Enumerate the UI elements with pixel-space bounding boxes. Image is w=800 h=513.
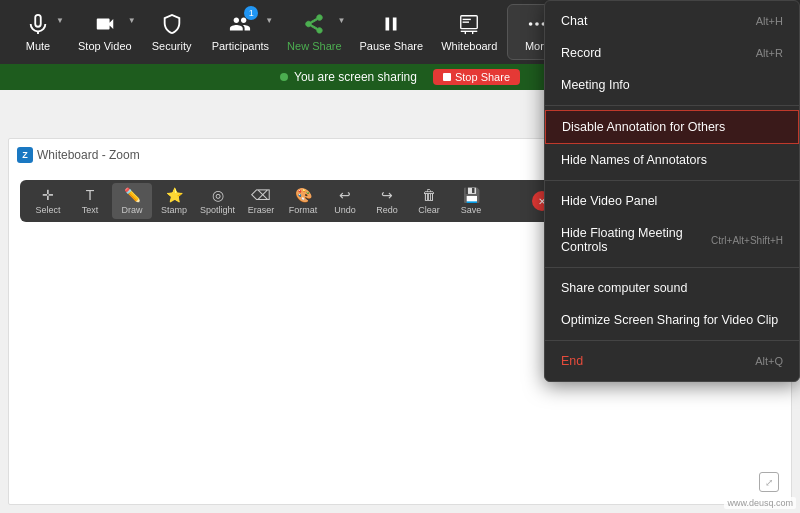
menu-item-chat[interactable]: Chat Alt+H (545, 5, 799, 37)
menu-chat-label: Chat (561, 14, 587, 28)
menu-item-share-sound[interactable]: Share computer sound (545, 272, 799, 304)
menu-share-sound-label: Share computer sound (561, 281, 687, 295)
redo-icon: ↪ (381, 187, 393, 203)
menu-item-disable-annotation[interactable]: Disable Annotation for Others (545, 110, 799, 144)
menu-divider-3 (545, 267, 799, 268)
corner-expand-icon[interactable]: ⤢ (759, 472, 779, 492)
undo-button[interactable]: ↩ Undo (325, 183, 365, 219)
undo-label: Undo (334, 205, 356, 215)
undo-icon: ↩ (339, 187, 351, 203)
menu-item-meeting-info[interactable]: Meeting Info (545, 69, 799, 101)
whiteboard-icon (457, 12, 481, 36)
more-dropdown-menu: Chat Alt+H Record Alt+R Meeting Info Dis… (544, 0, 800, 382)
text-button[interactable]: T Text (70, 183, 110, 219)
stop-icon (443, 73, 451, 81)
menu-item-hide-controls[interactable]: Hide Floating Meeting Controls Ctrl+Alt+… (545, 217, 799, 263)
menu-hide-controls-shortcut: Ctrl+Alt+Shift+H (711, 235, 783, 246)
spotlight-label: Spotlight (200, 205, 235, 215)
mute-label: Mute (26, 40, 50, 52)
mute-chevron: ▼ (56, 16, 64, 25)
participants-icon: 1 (228, 12, 252, 36)
new-share-button[interactable]: New Share ▼ (279, 4, 349, 60)
stop-video-label: Stop Video (78, 40, 132, 52)
stop-video-chevron: ▼ (128, 16, 136, 25)
eraser-icon: ⌫ (251, 187, 271, 203)
clear-button[interactable]: 🗑 Clear (409, 183, 449, 219)
security-icon (160, 12, 184, 36)
clear-label: Clear (418, 205, 440, 215)
stop-video-button[interactable]: Stop Video ▼ (70, 4, 140, 60)
spotlight-button[interactable]: ◎ Spotlight (196, 183, 239, 219)
menu-item-optimize-video[interactable]: Optimize Screen Sharing for Video Clip (545, 304, 799, 336)
redo-button[interactable]: ↪ Redo (367, 183, 407, 219)
save-label: Save (461, 205, 482, 215)
menu-item-hide-names[interactable]: Hide Names of Annotators (545, 144, 799, 176)
draw-icon: ✏️ (124, 187, 141, 203)
save-button[interactable]: 💾 Save (451, 183, 491, 219)
draw-button[interactable]: ✏️ Draw (112, 183, 152, 219)
menu-item-end[interactable]: End Alt+Q (545, 345, 799, 377)
clear-icon: 🗑 (422, 187, 436, 203)
select-button[interactable]: ✛ Select (28, 183, 68, 219)
eraser-label: Eraser (248, 205, 275, 215)
menu-item-record[interactable]: Record Alt+R (545, 37, 799, 69)
format-icon: 🎨 (295, 187, 312, 203)
mute-button[interactable]: Mute ▼ (8, 4, 68, 60)
participants-label: Participants (212, 40, 269, 52)
watermark: www.deusq.com (724, 497, 796, 509)
menu-hide-video-panel-label: Hide Video Panel (561, 194, 657, 208)
new-share-label: New Share (287, 40, 341, 52)
menu-optimize-video-label: Optimize Screen Sharing for Video Clip (561, 313, 778, 327)
spotlight-icon: ◎ (212, 187, 224, 203)
stamp-label: Stamp (161, 205, 187, 215)
draw-label: Draw (121, 205, 142, 215)
whiteboard-button[interactable]: Whiteboard (433, 4, 505, 60)
security-button[interactable]: Security (142, 4, 202, 60)
whiteboard-label: Whiteboard (441, 40, 497, 52)
menu-item-hide-video-panel[interactable]: Hide Video Panel (545, 185, 799, 217)
stamp-button[interactable]: ⭐ Stamp (154, 183, 194, 219)
menu-hide-controls-label: Hide Floating Meeting Controls (561, 226, 711, 254)
save-icon: 💾 (463, 187, 480, 203)
participants-chevron: ▼ (265, 16, 273, 25)
format-button[interactable]: 🎨 Format (283, 183, 323, 219)
svg-point-7 (536, 22, 540, 26)
svg-point-6 (529, 22, 533, 26)
mute-icon (26, 12, 50, 36)
text-icon: T (86, 187, 95, 203)
pause-share-button[interactable]: Pause Share (352, 4, 432, 60)
text-label: Text (82, 205, 99, 215)
menu-disable-annotation-label: Disable Annotation for Others (562, 120, 725, 134)
sharing-text: You are screen sharing (294, 70, 417, 84)
pause-share-label: Pause Share (360, 40, 424, 52)
menu-end-label: End (561, 354, 583, 368)
menu-hide-names-label: Hide Names of Annotators (561, 153, 707, 167)
sharing-indicator: You are screen sharing (280, 70, 417, 84)
menu-chat-shortcut: Alt+H (756, 15, 783, 27)
participants-count: 1 (244, 6, 258, 20)
menu-record-shortcut: Alt+R (756, 47, 783, 59)
new-share-icon (302, 12, 326, 36)
security-label: Security (152, 40, 192, 52)
new-share-chevron: ▼ (338, 16, 346, 25)
menu-end-shortcut: Alt+Q (755, 355, 783, 367)
pause-share-icon (379, 12, 403, 36)
stamp-icon: ⭐ (166, 187, 183, 203)
sharing-dot (280, 73, 288, 81)
stop-share-label: Stop Share (455, 71, 510, 83)
select-label: Select (35, 205, 60, 215)
zoom-logo: Z (17, 147, 33, 163)
stop-share-button[interactable]: Stop Share (433, 69, 520, 85)
menu-meeting-info-label: Meeting Info (561, 78, 630, 92)
redo-label: Redo (376, 205, 398, 215)
participants-button[interactable]: 1 Participants ▼ (204, 4, 277, 60)
whiteboard-title-text: Whiteboard - Zoom (37, 148, 140, 162)
menu-divider-1 (545, 105, 799, 106)
format-label: Format (289, 205, 318, 215)
annotation-toolbar: ✛ Select T Text ✏️ Draw ⭐ Stamp ◎ Spotli… (20, 180, 560, 222)
whiteboard-title: Z Whiteboard - Zoom (17, 147, 140, 163)
video-icon (93, 12, 117, 36)
select-icon: ✛ (42, 187, 54, 203)
menu-record-label: Record (561, 46, 601, 60)
eraser-button[interactable]: ⌫ Eraser (241, 183, 281, 219)
